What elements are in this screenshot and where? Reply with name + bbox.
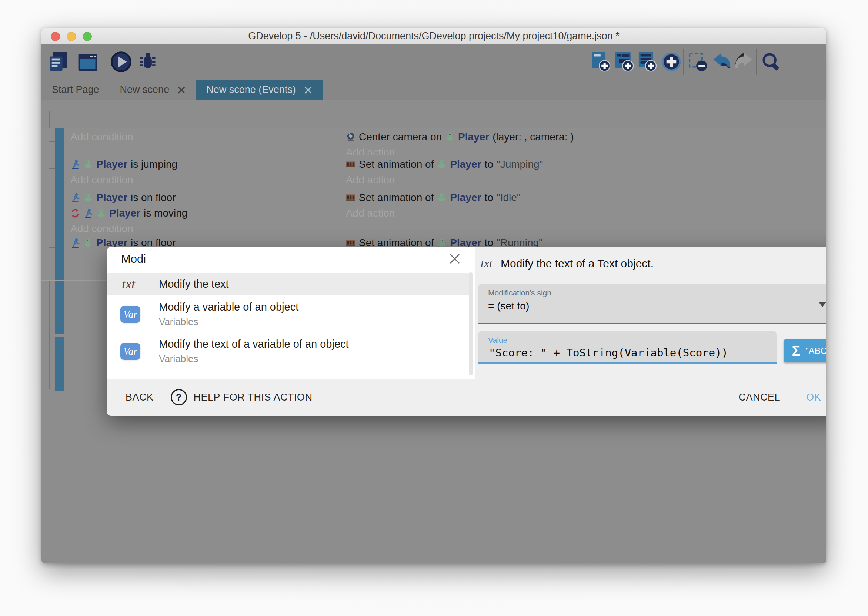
instruction-header: txt Modify the text of a Text object.: [481, 256, 654, 270]
player-icon: [437, 193, 447, 203]
event-tree-stub: [49, 202, 55, 203]
player-icon: [83, 160, 93, 169]
add-event-icon[interactable]: [590, 51, 612, 72]
player-icon: [437, 160, 447, 169]
object-name: Player: [96, 159, 127, 170]
event-row: Add conditionCenter camera on Player (la…: [41, 128, 826, 156]
list-item[interactable]: VarModify a variable of an objectVariabl…: [107, 298, 470, 331]
add-action-button[interactable]: Add action: [346, 206, 822, 221]
event-tree-stub: [49, 141, 55, 142]
instruction-text: to: [484, 159, 493, 170]
column-divider: [341, 155, 341, 189]
object-name: Player: [450, 159, 481, 170]
add-circle-icon[interactable]: [660, 51, 682, 72]
event-instruction[interactable]: Set animation of Player to "Jumping": [346, 157, 822, 172]
tab-new-scene[interactable]: New scene: [110, 80, 196, 100]
actions-cell: Set animation of Player to "Jumping"Add …: [346, 155, 822, 189]
list-item[interactable]: txtModify the text: [107, 273, 470, 295]
event-bar[interactable]: [55, 234, 64, 280]
txt-icon: txt: [122, 276, 135, 292]
cancel-button[interactable]: CANCEL: [738, 392, 780, 403]
tab-label: New scene: [120, 84, 170, 96]
instruction-text: "Idle": [497, 192, 520, 204]
instruction-text: (layer: , camera: ): [492, 131, 574, 143]
list-item-subtitle: Variables: [159, 316, 470, 328]
redo-icon[interactable]: [734, 51, 755, 72]
close-icon[interactable]: [449, 253, 461, 265]
list-item-title: Modify the text of a variable of an obje…: [159, 338, 470, 350]
add-condition-button[interactable]: Add condition: [70, 173, 337, 187]
chevron-down-icon: [818, 302, 826, 307]
search-row: [107, 247, 475, 271]
instruction-text: to: [484, 192, 493, 204]
tab-label: Start Page: [52, 84, 99, 96]
toolbar-separator: [102, 49, 103, 75]
scene-editor-icon[interactable]: [77, 51, 99, 72]
event-bar[interactable]: [55, 128, 64, 155]
toolbar-separator: [683, 49, 684, 75]
add-comment-icon[interactable]: [637, 51, 659, 72]
object-name: Player: [450, 192, 481, 204]
value-input[interactable]: [488, 345, 767, 361]
scrollbar[interactable]: [469, 272, 473, 376]
add-action-button[interactable]: Add action: [346, 173, 822, 187]
camera-icon: [346, 132, 355, 142]
search-icon[interactable]: [761, 51, 782, 72]
instruction-list-panel: VarModify the text of a variable of an o…: [107, 247, 475, 379]
toolbar: [41, 44, 826, 80]
event-bar: [55, 337, 64, 391]
close-tab-icon[interactable]: [178, 86, 186, 94]
play-icon[interactable]: [110, 51, 132, 72]
back-button[interactable]: BACK: [126, 392, 154, 403]
help-label: HELP FOR THIS ACTION: [194, 392, 313, 403]
instruction-text: "Jumping": [497, 159, 543, 170]
toolbar-separator: [756, 49, 757, 75]
field-value: = (set to): [488, 300, 529, 312]
undo-icon[interactable]: [710, 51, 732, 72]
txt-icon: txt: [481, 256, 492, 270]
tab-label: New scene (Events): [206, 84, 296, 96]
field-label: Value: [488, 336, 507, 345]
close-tab-icon[interactable]: [304, 86, 312, 94]
modification-sign-select[interactable]: Modification's sign = (set to): [478, 284, 826, 324]
tab-start-page[interactable]: Start Page: [41, 80, 110, 100]
ok-button[interactable]: OK: [806, 392, 821, 403]
event-bar[interactable]: [55, 155, 64, 189]
event-instruction[interactable]: Set animation of Player to "Idle": [346, 190, 822, 205]
player-icon: [83, 193, 93, 203]
event-instruction[interactable]: Player is jumping: [70, 157, 337, 172]
help-button[interactable]: ? HELP FOR THIS ACTION: [171, 389, 313, 405]
event-bar[interactable]: [55, 189, 64, 234]
instruction-list: VarModify the text of a variable of an o…: [107, 271, 475, 379]
list-item-title: Modify the text: [159, 278, 470, 290]
value-field[interactable]: Value: [478, 331, 777, 363]
object-name: Player: [109, 207, 140, 219]
event-instruction[interactable]: Player is moving: [70, 206, 337, 221]
object-name: Player: [96, 192, 127, 204]
player-icon: [83, 238, 93, 248]
player-icon: [445, 132, 455, 142]
instruction-editor-dialog: VarModify the text of a variable of an o…: [107, 247, 826, 416]
desktop: GDevelop 5 - /Users/david/Documents/GDev…: [0, 0, 868, 616]
expression-builder-button[interactable]: Σ "ABC": [784, 339, 826, 362]
film-icon: [346, 160, 355, 169]
invert-icon: [70, 208, 80, 218]
event-instruction[interactable]: Center camera on Player (layer: , camera…: [346, 130, 822, 145]
project-manager-icon[interactable]: [48, 51, 70, 72]
search-input[interactable]: [120, 251, 433, 268]
film-icon: [346, 238, 355, 248]
column-divider: [341, 128, 341, 155]
debug-icon[interactable]: [137, 51, 159, 72]
add-condition-button[interactable]: Add condition: [70, 130, 337, 145]
add-subevent-icon[interactable]: [613, 51, 635, 72]
player-icon: [96, 208, 106, 218]
event-row: Player is jumpingAdd conditionSet animat…: [41, 155, 826, 189]
instruction-text: Set animation of: [359, 192, 434, 204]
column-divider: [341, 189, 341, 234]
tab-new-scene-events[interactable]: New scene (Events): [196, 80, 322, 100]
list-item-subtitle: Variables: [159, 353, 470, 365]
delete-event-icon[interactable]: [687, 51, 709, 72]
event-instruction[interactable]: Player is on floor: [70, 190, 337, 205]
abc-label: "ABC": [805, 346, 826, 356]
list-item[interactable]: VarModify the text of a variable of an o…: [107, 335, 470, 368]
